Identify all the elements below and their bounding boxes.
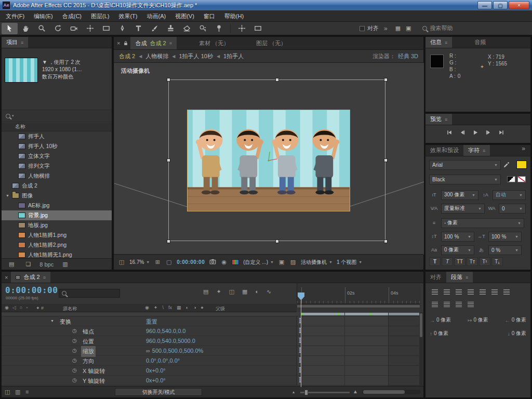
- property-value[interactable]: ∞500.0,500.0,500.0%: [146, 348, 203, 354]
- motion-blur-enable-icon[interactable]: ◐: [255, 288, 259, 295]
- world-axis-mode-icon[interactable]: [250, 23, 266, 34]
- minimize-button[interactable]: —: [477, 1, 492, 9]
- source-name-column[interactable]: 源名称: [63, 305, 77, 312]
- property-row-锚点[interactable]: ◷锚点960.0,540.0,0.0I: [2, 326, 420, 336]
- video-column-icon[interactable]: ◉: [5, 305, 9, 310]
- project-item-地板.jpg[interactable]: 地板.jpg: [2, 220, 112, 230]
- mini-flowchart-icon[interactable]: ▤: [203, 288, 208, 295]
- fill-color-swatch[interactable]: [516, 161, 527, 169]
- tab-composition[interactable]: 合成 合成 2 ≡: [130, 37, 176, 49]
- motion-blur-icon[interactable]: ◐: [185, 305, 188, 310]
- menu-编辑(E)[interactable]: 编辑(E): [29, 10, 58, 22]
- align-center-button[interactable]: [443, 288, 451, 295]
- tab-素材 （无）[interactable]: 素材 （无）: [194, 37, 234, 49]
- layer-duration-bar[interactable]: [301, 313, 420, 315]
- maximize-button[interactable]: ▢: [493, 1, 508, 9]
- composition-viewer[interactable]: 活动摄像机: [114, 63, 424, 255]
- workspace-icon-b[interactable]: ▣: [403, 25, 414, 32]
- quality-icon[interactable]: \: [162, 305, 164, 310]
- panel-menu-icon[interactable]: ≡: [169, 41, 172, 46]
- brush-tool[interactable]: [147, 23, 163, 34]
- selection-handle[interactable]: [384, 78, 388, 82]
- vertical-scale-select[interactable]: 100 %▼: [441, 232, 474, 242]
- property-row-缩放[interactable]: ◷缩放∞500.0,500.0,500.0%I: [2, 346, 420, 356]
- justify-last-center-button[interactable]: [478, 288, 487, 295]
- toolbar-overflow-icon[interactable]: »: [384, 25, 388, 32]
- current-time-display[interactable]: 0:00:00:00: [5, 285, 58, 295]
- align-right-button[interactable]: [455, 288, 463, 295]
- selection-handle[interactable]: [167, 78, 170, 82]
- pan-behind-tool[interactable]: [82, 23, 98, 34]
- faux-italic-button[interactable]: T: [442, 257, 453, 266]
- project-item-立体文字[interactable]: 立体文字: [2, 151, 112, 161]
- first-frame-button[interactable]: [445, 128, 454, 137]
- layer-bounding-box[interactable]: [168, 79, 385, 241]
- show-snapshot-icon[interactable]: ◉: [220, 259, 228, 265]
- effects-icon[interactable]: fx: [168, 305, 172, 310]
- expand-layers-icon[interactable]: ◫: [5, 389, 10, 395]
- kerning-select[interactable]: 度量标准▼: [441, 204, 485, 214]
- project-item-合成 2[interactable]: 合成 2: [2, 181, 112, 191]
- property-row-X 轴旋转[interactable]: ◷X 轴旋转0x+0.0°I: [2, 366, 420, 376]
- project-item-人物1胳膊无1.png[interactable]: 人物1胳膊无1.png: [2, 250, 112, 258]
- solo-column-icon[interactable]: ○: [20, 305, 22, 310]
- selection-handle[interactable]: [384, 240, 388, 243]
- always-preview-icon[interactable]: ◫: [118, 259, 125, 265]
- parent-column[interactable]: 父级: [216, 305, 225, 312]
- panel-menu-icon[interactable]: ≡: [43, 275, 46, 280]
- tab-timeline-comp[interactable]: 合成 2 ≡: [11, 272, 50, 283]
- timeline-zoom-slider[interactable]: [300, 392, 350, 393]
- expand-in-out-icon[interactable]: ▥: [15, 389, 20, 395]
- close-button[interactable]: ×: [509, 1, 529, 9]
- zoom-tool[interactable]: [34, 23, 50, 34]
- magnification-select[interactable]: 16.7%▼: [129, 259, 150, 265]
- unified-camera-tool[interactable]: [66, 23, 82, 34]
- zoom-slider-thumb[interactable]: [304, 390, 308, 395]
- puppet-pin-tool[interactable]: [211, 23, 227, 34]
- vertical-align-center-button[interactable]: [443, 301, 451, 308]
- breadcrumb-人物横排[interactable]: 人物横排: [145, 52, 168, 60]
- menu-动画(A)[interactable]: 动画(A): [142, 10, 171, 22]
- time-ruler[interactable]: 02s04s: [297, 283, 420, 304]
- expand-render-time-icon[interactable]: ≡: [25, 389, 29, 395]
- zoom-in-icon[interactable]: ▲: [353, 389, 358, 394]
- lock-icon[interactable]: [123, 41, 128, 46]
- stopwatch-icon[interactable]: ◷: [72, 328, 77, 334]
- audio-column-icon[interactable]: ◁: [12, 305, 16, 310]
- project-item-AE标.jpg[interactable]: AE标.jpg: [2, 201, 112, 210]
- project-item-排列文字[interactable]: 排列文字: [2, 161, 112, 171]
- small-caps-button[interactable]: Tт: [467, 257, 478, 266]
- hand-tool[interactable]: [18, 23, 34, 34]
- clone-stamp-tool[interactable]: [163, 23, 179, 34]
- menu-帮助(H)[interactable]: 帮助(H): [220, 10, 248, 22]
- stopwatch-icon[interactable]: ◷: [72, 377, 77, 383]
- selection-handle[interactable]: [384, 158, 388, 162]
- property-value[interactable]: 重置: [146, 318, 157, 326]
- camera-select[interactable]: 活动摄像机▼: [301, 259, 332, 266]
- property-value[interactable]: 0.0°,0.0°,0.0°: [146, 357, 180, 364]
- project-item-挥手人[interactable]: 挥手人: [2, 131, 112, 141]
- justify-last-right-button[interactable]: [490, 288, 499, 295]
- vertical-justify-button[interactable]: [467, 301, 475, 308]
- scrollbar-thumb[interactable]: [363, 390, 405, 394]
- tab-effects-presets[interactable]: 效果和预设: [425, 145, 463, 156]
- font-style-select[interactable]: Black▼: [429, 175, 501, 184]
- roi-icon[interactable]: ▣: [278, 259, 285, 265]
- scrollbar-thumb[interactable]: [420, 313, 422, 337]
- close-icon[interactable]: ×: [114, 37, 123, 49]
- renderer-control[interactable]: 渲染器： 经典 3D: [373, 52, 418, 60]
- tab-audio[interactable]: 音频: [470, 37, 490, 48]
- superscript-button[interactable]: T¹: [479, 257, 490, 266]
- menu-图层(L)[interactable]: 图层(L): [86, 10, 114, 22]
- project-search-input[interactable]: ▾: [2, 110, 112, 122]
- rectangle-tool[interactable]: [98, 23, 114, 34]
- justify-last-left-button[interactable]: [467, 288, 475, 295]
- tab-align[interactable]: 对齐: [425, 272, 446, 283]
- panel-menu-icon[interactable]: ≡: [445, 117, 447, 122]
- property-value[interactable]: 960.0,540.0,5000.0: [146, 338, 195, 344]
- property-row-Y 轴旋转[interactable]: ◷Y 轴旋转0x+0.0°I: [2, 376, 420, 385]
- view-layout-select[interactable]: 1 个视图▼: [337, 259, 362, 266]
- project-item-挥手人 10秒[interactable]: 挥手人 10秒: [2, 141, 112, 151]
- rotation-tool[interactable]: [50, 23, 66, 34]
- stopwatch-icon[interactable]: ◷: [72, 357, 77, 363]
